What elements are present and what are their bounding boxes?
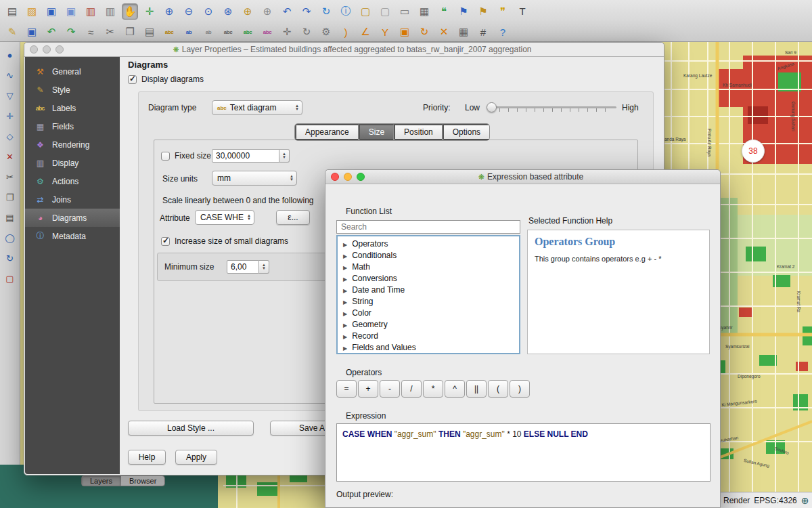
new-bookmark-icon[interactable]: ⚑ [455, 3, 472, 20]
sidebar-item-fields[interactable]: ▦ Fields [25, 117, 120, 135]
fixed-size-input[interactable]: 30,00000 [212, 149, 279, 163]
reshape-icon[interactable]: ∠ [357, 24, 374, 40]
sidebar-item-general[interactable]: ⚒ General [25, 62, 120, 81]
tree-item-color[interactable]: Color [338, 307, 519, 318]
op-minus-button[interactable]: - [380, 380, 400, 398]
zoom-in-icon[interactable]: ⊕ [161, 3, 177, 20]
expression-editor[interactable]: CASE WHEN "aggr_sum" THEN "aggr_sum" * 1… [336, 423, 710, 482]
sidebar-item-style[interactable]: ✎ Style [25, 81, 120, 99]
tab-appearance[interactable]: Appearance [295, 124, 359, 140]
fixed-size-stepper[interactable] [279, 149, 290, 163]
save-project-icon[interactable]: ▣ [43, 3, 60, 20]
select-features-icon[interactable]: ▢ [357, 3, 374, 20]
op-concat-button[interactable]: || [466, 380, 487, 398]
field-calculator-icon[interactable]: # [475, 24, 491, 40]
save-edits-icon[interactable]: ▣ [24, 24, 40, 40]
minimum-size-stepper[interactable] [259, 260, 269, 274]
expand-icon[interactable] [343, 285, 352, 295]
rotate-feature-icon[interactable]: ↻ [416, 24, 432, 40]
expression-builder-button[interactable]: ε... [276, 210, 310, 225]
tree-item-date-and-time[interactable]: Date and Time [338, 284, 519, 295]
layer-properties-titlebar[interactable]: ❋ Layer Properties – Estimated buildings… [24, 43, 664, 57]
map-tips-icon[interactable]: ❝ [436, 3, 452, 20]
zoom-out-icon[interactable]: ⊖ [181, 3, 197, 20]
measure-icon[interactable]: ▭ [397, 3, 413, 20]
tree-item-record[interactable]: Record [338, 330, 519, 341]
composer-manager-icon[interactable]: ▥ [102, 3, 118, 20]
delete-selected-icon[interactable]: ✕ [3, 149, 18, 164]
render-label[interactable]: Render [723, 496, 750, 505]
help-icon[interactable]: ? [495, 24, 511, 40]
zoom-native-icon[interactable]: ⊙ [200, 3, 217, 20]
save-project-as-icon[interactable]: ▣ [63, 3, 79, 20]
tab-browser[interactable]: Browser [121, 476, 164, 486]
capture-polygon-icon[interactable]: ▽ [3, 88, 18, 103]
expand-icon[interactable] [343, 239, 352, 249]
capture-point-icon[interactable]: ● [3, 47, 18, 62]
pan-map-icon[interactable]: ✋ [122, 3, 138, 20]
op-open-paren-button[interactable]: ( [488, 380, 508, 398]
tab-position[interactable]: Position [394, 124, 443, 140]
rotate-tool-icon[interactable]: ↻ [3, 251, 18, 266]
diagram-type-dropdown[interactable]: abc Text diagram [212, 100, 302, 115]
copy-icon[interactable]: ❐ [3, 190, 18, 205]
zoom-button[interactable] [55, 45, 64, 54]
open-project-icon[interactable]: ▨ [24, 3, 40, 20]
labeling-icon[interactable]: abc [161, 24, 177, 40]
refresh-icon[interactable]: ↻ [318, 3, 334, 20]
minimize-button[interactable] [43, 45, 51, 54]
toggle-editing-icon[interactable]: ✎ [4, 24, 20, 40]
attribute-dropdown[interactable]: CASE WHEN " [195, 210, 254, 225]
crs-globe-icon[interactable]: ⊕ [801, 495, 809, 506]
trash-icon[interactable]: ▢ [3, 271, 18, 286]
simplify-icon[interactable]: ≈ [83, 24, 99, 40]
zoom-to-selection-icon[interactable]: ⊕ [240, 3, 256, 20]
redo-icon[interactable]: ↷ [63, 24, 79, 40]
zoom-next-icon[interactable]: ↷ [298, 3, 315, 20]
tree-item-math[interactable]: Math [338, 261, 519, 272]
tab-layers[interactable]: Layers [82, 476, 121, 486]
label-pin-icon[interactable]: ab [200, 24, 217, 40]
expand-icon[interactable] [343, 320, 352, 329]
sidebar-item-display[interactable]: ▥ Display [25, 154, 120, 172]
label-rotate-icon[interactable]: abc [259, 24, 275, 40]
apply-button[interactable]: Apply [175, 450, 217, 465]
attribute-table-2-icon[interactable]: ▦ [455, 24, 472, 40]
sidebar-item-diagrams[interactable]: ◕ Diagrams [25, 209, 120, 227]
increase-size-checkbox[interactable] [161, 237, 170, 246]
offset-curve-icon[interactable]: ) [338, 24, 354, 40]
expand-icon[interactable] [343, 274, 352, 283]
label-move-icon[interactable]: abc [240, 24, 256, 40]
zoom-to-layer-icon[interactable]: ⊕ [259, 3, 275, 20]
sidebar-item-actions[interactable]: ⚙ Actions [25, 172, 120, 190]
label-select-icon[interactable]: abc [220, 24, 236, 40]
move-feature-icon[interactable]: ✛ [3, 108, 18, 123]
zoom-last-icon[interactable]: ↶ [279, 3, 295, 20]
expand-icon[interactable] [343, 331, 352, 341]
sidebar-item-labels[interactable]: abc Labels [25, 99, 120, 117]
cut-icon[interactable]: ✂ [3, 169, 18, 184]
new-composer-icon[interactable]: ▥ [83, 3, 99, 20]
move-label-icon[interactable]: ✛ [279, 24, 295, 40]
priority-slider[interactable] [487, 101, 616, 113]
expand-icon[interactable] [343, 343, 352, 352]
paste-icon[interactable]: ▤ [3, 210, 18, 225]
tree-item-geometry[interactable]: Geometry [338, 318, 519, 330]
expand-icon[interactable] [343, 251, 352, 260]
search-input[interactable] [336, 220, 520, 234]
new-project-icon[interactable]: ▤ [4, 3, 20, 20]
deselect-icon[interactable]: ▢ [377, 3, 393, 20]
delete-part-icon[interactable]: ✕ [436, 24, 452, 40]
op-plus-button[interactable]: + [358, 380, 378, 398]
tab-size[interactable]: Size [359, 124, 394, 140]
label-blue-icon[interactable]: ab [181, 24, 197, 40]
expand-icon[interactable] [343, 262, 352, 272]
text-annotation-icon[interactable]: T [514, 3, 531, 20]
zoom-full-icon[interactable]: ⊛ [220, 3, 236, 20]
split-features-icon[interactable]: Y [377, 24, 393, 40]
op-multiply-button[interactable]: * [423, 380, 443, 398]
zoom-button[interactable] [357, 173, 365, 181]
display-diagrams-checkbox[interactable] [128, 75, 137, 84]
tab-options[interactable]: Options [443, 124, 489, 140]
label-properties-icon[interactable]: ⚙ [318, 24, 334, 40]
